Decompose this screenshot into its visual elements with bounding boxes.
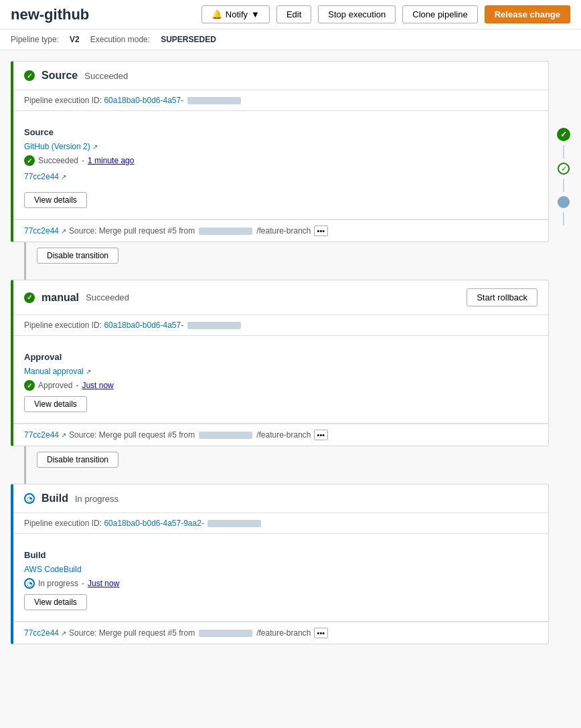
build-action: Build AWS CodeBuild ◔ In progress - Just… <box>13 539 548 622</box>
pipeline-stages: ✓ Source Succeeded Pipeline execution ID… <box>11 61 549 644</box>
pipeline-type-value: V2 <box>70 35 80 44</box>
manual-footer-blurred <box>199 432 252 439</box>
transition-2: Disable transition <box>11 446 549 484</box>
build-status-icon: ◔ <box>24 493 35 504</box>
source-action-status-text: Succeeded <box>38 156 78 165</box>
manual-action-name: Approval <box>24 352 537 362</box>
release-change-button[interactable]: Release change <box>485 5 570 23</box>
source-action-source: Source GitHub (Version 2) ↗ ✓ Succeeded … <box>13 116 548 219</box>
notify-button[interactable]: 🔔 Notify ▼ <box>201 5 270 23</box>
manual-footer-commit-link[interactable]: 77cc2e44 ↗ <box>24 430 66 440</box>
build-exec-id: Pipeline execution ID: 60a18ba0-b0d6-4a5… <box>13 513 548 534</box>
manual-approval-link[interactable]: Manual approval ↗ <box>24 367 91 376</box>
stage-manual-title: manual <box>42 292 79 304</box>
source-footer-branch: /feature-branch <box>256 226 311 236</box>
manual-action-status-icon: ✓ <box>24 380 35 391</box>
chevron-down-icon: ▼ <box>251 9 260 19</box>
stage-source: ✓ Source Succeeded Pipeline execution ID… <box>11 61 549 242</box>
stage-source-status: Succeeded <box>84 71 128 81</box>
build-footer-text: Source: Merge pull request #5 from <box>69 628 195 638</box>
source-exec-id-link[interactable]: 60a18ba0-b0d6-4a57- <box>104 96 183 105</box>
manual-action-approval: Approval Manual approval ↗ ✓ Approved - … <box>13 341 548 424</box>
build-footer-more-button[interactable]: ••• <box>314 628 329 638</box>
manual-action-status-row: ✓ Approved - Just now <box>24 380 537 391</box>
main-content: ✓ Source Succeeded Pipeline execution ID… <box>0 50 581 655</box>
start-rollback-button[interactable]: Start rollback <box>467 288 537 306</box>
stage-build-status: In progress <box>75 494 118 504</box>
execution-mode-value: SUPERSEDED <box>161 35 216 44</box>
pipeline-sidebar-icons: ✓ ✓ <box>557 61 570 644</box>
codebuild-link[interactable]: AWS CodeBuild <box>24 565 82 574</box>
bell-icon: 🔔 <box>212 9 222 19</box>
manual-view-details-button[interactable]: View details <box>24 396 87 412</box>
stage-source-title: Source <box>42 70 78 82</box>
transition-2-button-wrapper: Disable transition <box>26 446 129 473</box>
build-exec-id-link[interactable]: 60a18ba0-b0d6-4a57-9aa2- <box>104 519 203 528</box>
source-action-name: Source <box>24 127 537 137</box>
build-commit-footer: 77cc2e44 ↗ Source: Merge pull request #5… <box>13 622 548 644</box>
build-action-status-row: ◔ In progress - Just now <box>24 578 537 589</box>
stage-manual-header: ✓ manual Succeeded Start rollback <box>13 280 548 315</box>
sidebar-line-1 <box>563 145 564 159</box>
header: new-github 🔔 Notify ▼ Edit Stop executio… <box>0 0 581 29</box>
source-exec-id: Pipeline execution ID: 60a18ba0-b0d6-4a5… <box>13 90 548 111</box>
source-footer-commit-link[interactable]: 77cc2e44 ↗ <box>24 226 66 236</box>
external-link-icon: ↗ <box>92 143 98 151</box>
source-footer-text: Source: Merge pull request #5 from <box>69 226 195 236</box>
build-view-details-button[interactable]: View details <box>24 594 87 610</box>
stage-source-header: ✓ Source Succeeded <box>13 62 548 90</box>
manual-exec-id-blurred <box>187 322 241 329</box>
source-status-icon: ✓ <box>24 70 35 81</box>
clone-pipeline-button[interactable]: Clone pipeline <box>402 5 477 23</box>
sidebar-line-3 <box>563 212 564 225</box>
disable-transition-1-button[interactable]: Disable transition <box>37 248 118 264</box>
manual-footer-text: Source: Merge pull request #5 from <box>69 430 195 440</box>
source-commit-footer: 77cc2e44 ↗ Source: Merge pull request #5… <box>13 219 548 242</box>
footer-external-icon: ↗ <box>61 227 66 235</box>
execution-mode-label: Execution mode: <box>90 35 150 44</box>
disable-transition-2-button[interactable]: Disable transition <box>37 452 118 468</box>
manual-external-icon: ↗ <box>86 368 91 375</box>
manual-exec-id-link[interactable]: 60a18ba0-b0d6-4a57- <box>104 321 183 330</box>
sidebar-icon-success2: ✓ <box>558 163 570 175</box>
source-commit-link[interactable]: 77cc2e44 ↗ <box>24 172 66 181</box>
pipeline-type-label: Pipeline type: <box>11 35 59 44</box>
stage-build-header: ◔ Build In progress <box>13 484 548 513</box>
manual-action-time-link[interactable]: Just now <box>82 381 113 390</box>
build-exec-id-blurred <box>208 520 261 527</box>
stage-manual-status: Succeeded <box>86 292 129 302</box>
manual-footer-branch: /feature-branch <box>256 430 311 440</box>
source-action-time-link[interactable]: 1 minute ago <box>88 156 134 165</box>
build-action-status-icon: ◔ <box>24 578 35 589</box>
source-exec-id-blurred <box>187 97 241 104</box>
source-view-details-button[interactable]: View details <box>24 192 87 208</box>
build-footer-external-icon: ↗ <box>61 630 66 637</box>
source-footer-more-button[interactable]: ••• <box>314 225 329 236</box>
pipeline-info-bar: Pipeline type: V2 Execution mode: SUPERS… <box>0 29 581 50</box>
build-footer-branch: /feature-branch <box>256 628 311 638</box>
stop-execution-button[interactable]: Stop execution <box>318 5 396 23</box>
github-provider-link[interactable]: GitHub (Version 2) ↗ <box>24 142 98 151</box>
source-action-status-icon: ✓ <box>24 155 35 166</box>
manual-footer-external-icon: ↗ <box>61 432 66 439</box>
build-action-status-text: In progress <box>38 579 78 588</box>
manual-commit-footer: 77cc2e44 ↗ Source: Merge pull request #5… <box>13 424 548 446</box>
manual-status-icon: ✓ <box>24 292 35 303</box>
manual-action-status-text: Approved <box>38 381 72 390</box>
sidebar-icon-success: ✓ <box>557 128 570 141</box>
stage-manual: ✓ manual Succeeded Start rollback Pipeli… <box>11 280 549 446</box>
manual-exec-id: Pipeline execution ID: 60a18ba0-b0d6-4a5… <box>13 315 548 336</box>
edit-button[interactable]: Edit <box>276 5 311 23</box>
commit-external-icon: ↗ <box>61 173 66 181</box>
build-footer-blurred <box>199 630 252 637</box>
source-footer-blurred <box>199 227 252 235</box>
sidebar-line-2 <box>563 179 564 192</box>
sidebar-icon-inprogress <box>558 196 570 208</box>
build-footer-commit-link[interactable]: 77cc2e44 ↗ <box>24 628 66 638</box>
stage-build-title: Build <box>42 492 68 505</box>
transition-1: Disable transition <box>11 242 549 280</box>
build-action-time-link[interactable]: Just now <box>88 579 119 588</box>
pipeline-title: new-github <box>11 6 89 23</box>
manual-footer-more-button[interactable]: ••• <box>314 430 329 440</box>
transition-1-button-wrapper: Disable transition <box>26 242 129 269</box>
